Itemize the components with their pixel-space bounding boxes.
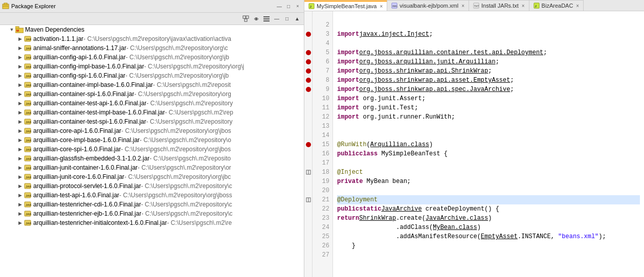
jar-icon: JAR — [24, 90, 32, 98]
list-item[interactable]: ▶JARarquillian-core-spi-1.6.0.Final.jar … — [0, 145, 304, 154]
jar-icon: JAR — [24, 219, 32, 227]
jar-icon: JAR — [24, 164, 32, 172]
code-line: import org.jboss.shrinkwrap.api.spec.Jav… — [337, 85, 640, 94]
list-item[interactable]: ▶JARarquillian-config-api-1.6.0.Final.ja… — [0, 53, 304, 62]
gutter-line — [304, 149, 312, 158]
list-item[interactable]: ▶JARarquillian-config-spi-1.6.0.Final.ja… — [0, 71, 304, 80]
list-item[interactable]: ▶JARarquillian-container-impl-base-1.6.0… — [0, 80, 304, 89]
jar-icon: JAR — [24, 118, 32, 126]
gutter-line-6 — [304, 57, 312, 66]
list-item[interactable]: ▶JARarquillian-core-impl-base-1.6.0.Fina… — [0, 135, 304, 145]
panel-title: Package Explorer — [11, 3, 56, 9]
jar-icon: JAR — [24, 108, 32, 117]
svg-text:JAR: JAR — [26, 75, 31, 78]
code-editor[interactable]: import javax.inject.Inject; import org.j… — [333, 11, 644, 277]
tab-close-biz[interactable]: × — [576, 3, 579, 9]
code-line: import javax.inject.Inject; — [337, 30, 640, 39]
svg-point-6 — [255, 18, 257, 20]
collapse-all-button[interactable] — [241, 14, 251, 24]
svg-point-66 — [306, 68, 311, 74]
link-editor-button[interactable] — [252, 14, 261, 24]
code-line: @Inject — [337, 168, 640, 177]
close-button[interactable]: × — [294, 2, 302, 10]
minimize-button[interactable]: — — [275, 2, 283, 10]
gutter-line — [304, 94, 312, 103]
svg-text:JAR: JAR — [26, 130, 31, 133]
view-menu-button[interactable] — [262, 14, 271, 24]
gutter-line — [304, 11, 312, 20]
svg-text:JAR: JAR — [26, 139, 31, 142]
list-item[interactable]: ▶JARanimal-sniffer-annotations-1.17.jar … — [0, 43, 304, 53]
code-line: import org.junit.Assert; — [337, 94, 640, 103]
tab-bizareadac[interactable]: J BizAreaDAC × — [529, 0, 584, 11]
list-item[interactable]: ▶JARarquillian-testenricher-cdi-1.6.0.Fi… — [0, 200, 304, 209]
gutter-line — [304, 223, 312, 232]
tab-close-java[interactable]: × — [380, 4, 383, 9]
code-line — [337, 39, 640, 48]
svg-text:JAR: JAR — [26, 93, 31, 96]
list-item[interactable]: ▶JARactivation-1.1.1.jar - C:\Users\pgsc… — [0, 34, 304, 43]
gutter-line — [304, 186, 312, 195]
list-item[interactable]: ▶JARarquillian-container-test-api-1.6.0.… — [0, 99, 304, 108]
list-item[interactable]: ▶JARarquillian-test-api-1.6.0.Final.jar … — [0, 191, 304, 200]
txt-tab-icon: TXT — [473, 3, 479, 9]
gutter-line — [304, 250, 312, 260]
gutter-line-8 — [304, 76, 312, 85]
svg-text:JAR: JAR — [26, 56, 31, 59]
code-line: .addAsManifestResource(EmptyAsset.INSTAN… — [337, 232, 640, 241]
list-item[interactable]: ▶JARarquillian-testenricher-ejb-1.6.0.Fi… — [0, 209, 304, 218]
tab-java-label: MySimpleBeanTest.java — [317, 3, 376, 9]
jar-icon: JAR — [24, 173, 32, 181]
svg-text:JAR: JAR — [26, 38, 31, 41]
svg-text:JAR: JAR — [26, 65, 31, 68]
gutter-line — [304, 20, 312, 30]
list-item[interactable]: ▶JARarquillian-testenricher-initialconte… — [0, 218, 304, 227]
scroll-up-button[interactable]: ▲ — [293, 14, 302, 24]
expand-arrow[interactable]: ▼ — [8, 27, 15, 32]
svg-rect-8 — [263, 18, 270, 19]
list-item[interactable]: ▶JARarquillian-container-test-spi-1.6.0.… — [0, 117, 304, 126]
jar-icon: JAR — [24, 191, 32, 199]
tab-xml-label: visualbank-ejb/pom.xml — [399, 3, 458, 9]
gutter-line-21 — [304, 195, 312, 204]
line-numbers: 2 3 4 5 6 7 8 9 10 11 12 13 14 15 16 17 … — [313, 11, 333, 277]
list-item[interactable]: ▶JARarquillian-glassfish-embedded-3.1-1.… — [0, 154, 304, 163]
svg-text:JAR: JAR — [26, 194, 31, 197]
minimize-view-button[interactable]: — — [272, 14, 281, 24]
list-item[interactable]: ▶JARarquillian-config-impl-base-1.6.0.Fi… — [0, 62, 304, 71]
list-item[interactable]: ▶JARarquillian-protocol-servlet-1.6.0.Fi… — [0, 181, 304, 191]
tree-content[interactable]: ▼ M Maven Dependencies ▶JARactivation-1.… — [0, 25, 304, 277]
svg-text:M: M — [16, 29, 19, 32]
jar-icon: JAR — [24, 154, 32, 163]
list-item[interactable]: ▶JARarquillian-container-test-impl-base-… — [0, 108, 304, 117]
svg-text:JAR: JAR — [26, 203, 31, 206]
svg-rect-5 — [245, 19, 247, 21]
panel-header-actions: — □ × — [275, 2, 302, 10]
code-container[interactable]: 2 3 4 5 6 7 8 9 10 11 12 13 14 15 16 17 … — [304, 11, 644, 277]
tab-close-xml[interactable]: × — [461, 3, 464, 9]
tab-pom[interactable]: XML visualbank-ejb/pom.xml × — [387, 0, 469, 11]
maximize-view-button[interactable]: □ — [282, 14, 292, 24]
gutter-line-9 — [304, 85, 312, 94]
jar-icon: JAR — [24, 210, 32, 218]
maven-dependencies-label: Maven Dependencies — [25, 26, 84, 33]
svg-rect-4 — [246, 16, 249, 18]
code-line — [337, 131, 640, 140]
svg-text:JAR: JAR — [26, 121, 31, 124]
gutter-line — [304, 158, 312, 168]
maven-dependencies-root[interactable]: ▼ M Maven Dependencies — [0, 25, 304, 34]
list-item[interactable]: ▶JARarquillian-container-spi-1.6.0.Final… — [0, 89, 304, 99]
tab-install-jars[interactable]: TXT Install JARs.txt × — [469, 0, 529, 11]
jar-icon: JAR — [24, 81, 32, 89]
svg-rect-11 — [15, 27, 19, 29]
tab-close-txt[interactable]: × — [522, 3, 525, 9]
list-item[interactable]: ▶JARarquillian-junit-container-1.6.0.Fin… — [0, 163, 304, 172]
jar-icon: JAR — [24, 99, 32, 107]
tab-mysinglebeantest[interactable]: J MySimpleBeanTest.java × — [304, 1, 387, 11]
code-line — [337, 11, 640, 20]
list-item[interactable]: ▶JARarquillian-core-api-1.6.0.Final.jar … — [0, 126, 304, 135]
svg-text:JAR: JAR — [26, 167, 31, 170]
svg-point-68 — [306, 87, 311, 92]
maximize-button[interactable]: □ — [284, 2, 293, 10]
list-item[interactable]: ▶JARarquillian-junit-core-1.6.0.Final.ja… — [0, 172, 304, 181]
